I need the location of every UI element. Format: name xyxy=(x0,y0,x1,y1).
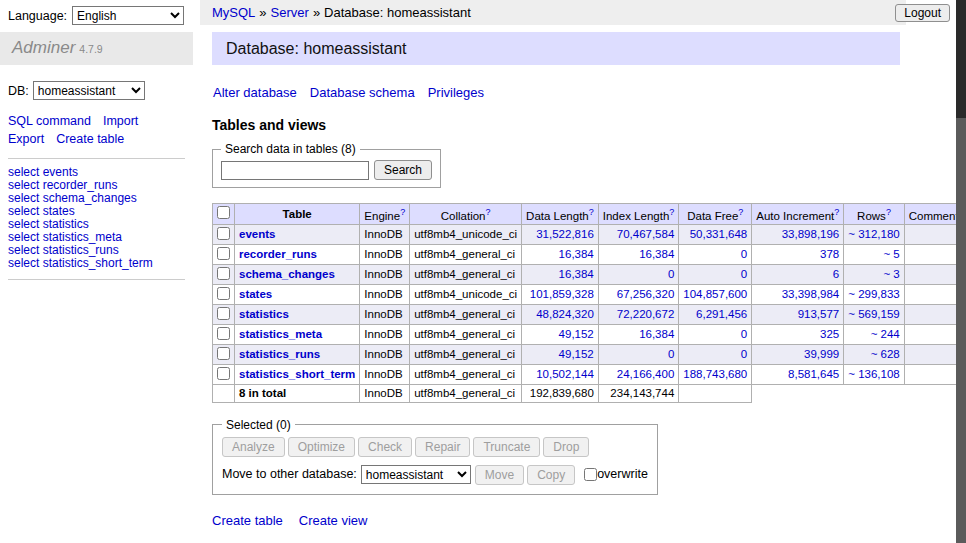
move-button[interactable]: Move xyxy=(475,465,524,485)
sidebar-import-link[interactable]: Import xyxy=(103,114,138,128)
help-link[interactable]: ? xyxy=(834,207,839,217)
breadcrumb-mysql-link[interactable]: MySQL xyxy=(212,5,255,20)
check-button[interactable]: Check xyxy=(358,437,412,457)
auto-increment-link[interactable]: 6 xyxy=(833,268,839,280)
drop-button[interactable]: Drop xyxy=(543,437,589,457)
row-checkbox[interactable] xyxy=(217,367,230,380)
optimize-button[interactable]: Optimize xyxy=(288,437,355,457)
help-link[interactable]: ? xyxy=(738,207,743,217)
db-select[interactable]: homeassistant xyxy=(33,81,145,100)
index-length-link[interactable]: 16,384 xyxy=(639,248,674,260)
help-link[interactable]: ? xyxy=(886,207,891,217)
data-free-link[interactable]: 0 xyxy=(741,248,747,260)
sidebar-export-link[interactable]: Export xyxy=(8,132,44,146)
data-free-link[interactable]: 0 xyxy=(741,328,747,340)
data-length-link[interactable]: 48,824,320 xyxy=(536,308,594,320)
data-length-link[interactable]: 49,152 xyxy=(559,328,594,340)
table-name-link[interactable]: events xyxy=(239,228,275,240)
data-length-link[interactable]: 16,384 xyxy=(559,248,594,260)
table-name-link[interactable]: statistics xyxy=(239,308,289,320)
index-length-link[interactable]: 67,256,320 xyxy=(617,288,675,300)
sidebar-table-link[interactable]: select statistics_short_term xyxy=(8,256,153,270)
rows-count-link[interactable]: ~ 628 xyxy=(871,348,900,360)
row-checkbox[interactable] xyxy=(217,327,230,340)
table-name-link[interactable]: statistics_meta xyxy=(239,328,322,340)
row-checkbox[interactable] xyxy=(217,347,230,360)
rows-count-link[interactable]: ~ 136,108 xyxy=(848,368,899,380)
data-length-link[interactable]: 10,502,144 xyxy=(536,368,594,380)
sidebar-table-link[interactable]: select events xyxy=(8,165,78,179)
sidebar-table-link[interactable]: select statistics xyxy=(8,217,89,231)
vertical-scrollbar[interactable] xyxy=(956,0,966,543)
data-length-link[interactable]: 101,859,328 xyxy=(530,288,594,300)
rows-count-link[interactable]: ~ 5 xyxy=(883,248,899,260)
analyze-button[interactable]: Analyze xyxy=(222,437,285,457)
data-free-link[interactable]: 104,857,600 xyxy=(683,288,747,300)
data-length-link[interactable]: 16,384 xyxy=(559,268,594,280)
auto-increment-link[interactable]: 33,898,196 xyxy=(782,228,840,240)
data-length-link[interactable]: 31,522,816 xyxy=(536,228,594,240)
index-length-link[interactable]: 70,467,584 xyxy=(617,228,675,240)
rows-count-link[interactable]: ~ 299,833 xyxy=(848,288,899,300)
row-checkbox[interactable] xyxy=(217,307,230,320)
auto-increment-link[interactable]: 39,999 xyxy=(804,348,839,360)
logout-button[interactable]: Logout xyxy=(895,4,950,22)
help-link[interactable]: ? xyxy=(485,207,490,217)
data-free-link[interactable]: 0 xyxy=(741,348,747,360)
sidebar-create-table-link[interactable]: Create table xyxy=(56,132,124,146)
database-schema-link[interactable]: Database schema xyxy=(310,85,415,100)
auto-increment-link[interactable]: 8,581,645 xyxy=(788,368,839,380)
data-free-link[interactable]: 0 xyxy=(741,268,747,280)
table-name-link[interactable]: schema_changes xyxy=(239,268,335,280)
overwrite-checkbox[interactable] xyxy=(584,468,597,481)
index-length-link[interactable]: 0 xyxy=(668,348,674,360)
help-link[interactable]: ? xyxy=(669,207,674,217)
auto-increment-link[interactable]: 913,577 xyxy=(798,308,840,320)
data-free-link[interactable]: 6,291,456 xyxy=(696,308,747,320)
sidebar-table-link[interactable]: select recorder_runs xyxy=(8,178,117,192)
auto-increment-link[interactable]: 378 xyxy=(820,248,839,260)
row-checkbox[interactable] xyxy=(217,287,230,300)
index-length-link[interactable]: 72,220,672 xyxy=(617,308,675,320)
sidebar-table-link[interactable]: select states xyxy=(8,204,75,218)
search-input[interactable] xyxy=(221,161,369,180)
rows-count-link[interactable]: ~ 3 xyxy=(883,268,899,280)
create-table-link[interactable]: Create table xyxy=(212,513,283,528)
rows-count-link[interactable]: ~ 244 xyxy=(871,328,900,340)
index-length-link[interactable]: 24,166,400 xyxy=(617,368,675,380)
table-name-link[interactable]: statistics_short_term xyxy=(239,368,355,380)
move-db-select[interactable]: homeassistant xyxy=(361,465,471,484)
truncate-button[interactable]: Truncate xyxy=(473,437,540,457)
create-view-link[interactable]: Create view xyxy=(299,513,368,528)
sidebar-table-link[interactable]: select statistics_meta xyxy=(8,230,122,244)
sidebar-sql-command-link[interactable]: SQL command xyxy=(8,114,91,128)
help-link[interactable]: ? xyxy=(400,207,405,217)
index-length-link[interactable]: 0 xyxy=(668,268,674,280)
privileges-link[interactable]: Privileges xyxy=(428,85,484,100)
search-button[interactable]: Search xyxy=(374,160,432,180)
row-checkbox[interactable] xyxy=(217,247,230,260)
rows-count-link[interactable]: ~ 569,159 xyxy=(848,308,899,320)
row-checkbox[interactable] xyxy=(217,227,230,240)
scrollbar-thumb[interactable] xyxy=(956,0,966,118)
index-length-link[interactable]: 16,384 xyxy=(639,328,674,340)
data-free-link[interactable]: 50,331,648 xyxy=(690,228,748,240)
data-length-link[interactable]: 49,152 xyxy=(559,348,594,360)
language-select[interactable]: English xyxy=(72,6,184,25)
table-name-link[interactable]: recorder_runs xyxy=(239,248,317,260)
auto-increment-link[interactable]: 33,398,984 xyxy=(782,288,840,300)
data-free-link[interactable]: 188,743,680 xyxy=(683,368,747,380)
alter-database-link[interactable]: Alter database xyxy=(213,85,297,100)
help-link[interactable]: ? xyxy=(589,207,594,217)
auto-increment-link[interactable]: 325 xyxy=(820,328,839,340)
sidebar-table-link[interactable]: select schema_changes xyxy=(8,191,137,205)
copy-button[interactable]: Copy xyxy=(527,465,575,485)
table-name-link[interactable]: statistics_runs xyxy=(239,348,320,360)
adminer-logo[interactable]: Adminer xyxy=(12,38,75,57)
select-all-checkbox[interactable] xyxy=(217,206,230,219)
sidebar-table-link[interactable]: select statistics_runs xyxy=(8,243,119,257)
breadcrumb-server-link[interactable]: Server xyxy=(271,5,309,20)
repair-button[interactable]: Repair xyxy=(415,437,470,457)
rows-count-link[interactable]: ~ 312,180 xyxy=(848,228,899,240)
table-name-link[interactable]: states xyxy=(239,288,272,300)
